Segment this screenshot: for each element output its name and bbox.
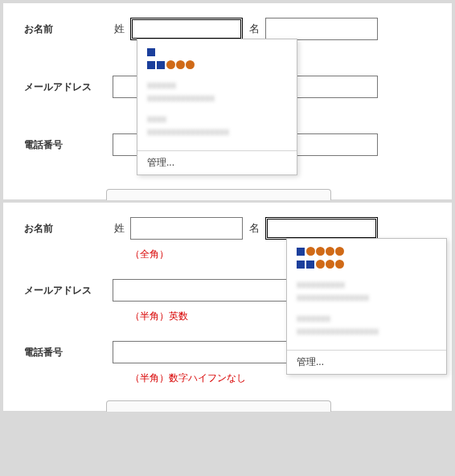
fields-name: 姓 名	[113, 18, 431, 40]
autofill-dropdown-1[interactable]: xxxxxx xxxxxxxxxxxxxx xxxx xxxxxxxxxxxxx…	[137, 39, 297, 175]
form-panel-1: お名前 姓 名 メールアドレス 電話番号 xxxxxx xxxxxxxxxxxx	[3, 3, 452, 199]
autofill-dropdown-2[interactable]: xxxxxxxxxx xxxxxxxxxxxxxxx xxxxxxx xxxxx…	[286, 238, 447, 375]
autofill-secondary: xxxxxxxxxxxxxxxxx	[297, 326, 437, 337]
autofill-manage[interactable]: 管理...	[287, 350, 446, 374]
label-surname: 姓	[113, 221, 125, 236]
autofill-primary: xxxxxxx	[297, 313, 437, 324]
input-surname[interactable]	[130, 217, 243, 240]
label-email: メールアドレス	[24, 76, 113, 94]
label-phone: 電話番号	[24, 341, 113, 359]
autofill-body: xxxxxx xxxxxxxxxxxxxx xxxx xxxxxxxxxxxxx…	[137, 39, 297, 150]
form-panel-2: お名前 姓 名 （全角） メールアドレス （半角）英数 電話番号 （半角）数字ハ…	[3, 203, 452, 411]
autofill-item[interactable]: xxxxxxxxxx xxxxxxxxxxxxxxx	[297, 279, 437, 303]
input-given[interactable]	[265, 18, 378, 40]
label-name: お名前	[24, 217, 113, 236]
label-email: メールアドレス	[24, 279, 113, 298]
label-given: 名	[248, 22, 260, 36]
autofill-primary: xxxxxx	[147, 80, 287, 91]
autofill-secondary: xxxxxxxxxxxxxxxxx	[147, 126, 287, 137]
autofill-secondary: xxxxxxxxxxxxxxx	[297, 292, 437, 303]
autofill-item[interactable]: xxxxxxx xxxxxxxxxxxxxxxxx	[297, 313, 437, 337]
label-phone: 電話番号	[24, 133, 113, 152]
autofill-manage[interactable]: 管理...	[137, 150, 297, 174]
autofill-primary: xxxx	[147, 113, 287, 125]
autofill-primary	[297, 245, 437, 256]
autofill-item[interactable]: xxxx xxxxxxxxxxxxxxxxx	[147, 113, 287, 137]
label-name: お名前	[24, 18, 113, 36]
autofill-primary	[147, 46, 287, 57]
tab-stub	[106, 400, 331, 412]
autofill-item[interactable]	[297, 245, 437, 269]
input-surname[interactable]	[130, 18, 243, 40]
autofill-secondary: xxxxxxxxxxxxxx	[147, 92, 287, 104]
input-given[interactable]	[265, 217, 378, 240]
autofill-primary	[297, 258, 437, 269]
tab-stub	[106, 189, 331, 200]
autofill-item[interactable]: xxxxxx xxxxxxxxxxxxxx	[147, 80, 287, 104]
autofill-primary: xxxxxxxxxx	[297, 279, 437, 290]
label-surname: 姓	[113, 22, 125, 36]
autofill-body: xxxxxxxxxx xxxxxxxxxxxxxxx xxxxxxx xxxxx…	[287, 239, 446, 350]
label-given: 名	[248, 221, 260, 236]
autofill-item[interactable]	[147, 46, 287, 70]
autofill-primary	[147, 59, 287, 70]
